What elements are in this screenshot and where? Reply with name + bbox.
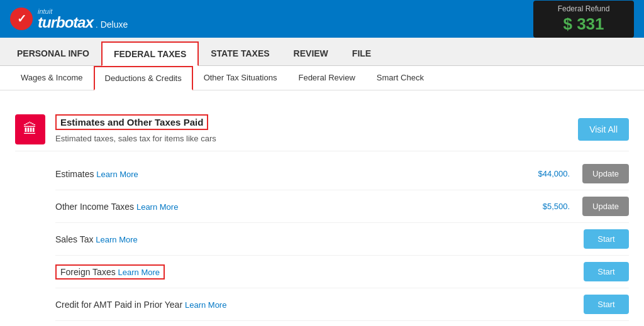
line-item-amt-credit: Credit for AMT Paid in Prior Year Learn … — [55, 288, 629, 321]
update-button-estimates[interactable]: Update — [582, 164, 629, 183]
turbotax-label: turbotax — [38, 15, 93, 30]
deluxe-label: Deluxe — [101, 20, 128, 29]
learn-more-link-sales-tax[interactable]: Learn More — [96, 235, 137, 244]
main-nav-item-file[interactable]: FILE — [340, 41, 383, 65]
line-item-sales-tax: Sales Tax Learn MoreStart — [55, 223, 629, 256]
learn-more-link-other-income-taxes[interactable]: Learn More — [136, 202, 178, 212]
line-item-other-income-taxes: Other Income Taxes Learn More$5,500.Upda… — [55, 190, 629, 223]
visit-all-button[interactable]: Visit All — [578, 118, 629, 141]
sub-nav-item-wages-income[interactable]: Wages & Income — [10, 66, 94, 90]
update-button-other-income-taxes[interactable]: Update — [582, 197, 629, 216]
sub-nav-item-smart-check[interactable]: Smart Check — [366, 66, 435, 90]
start-button-sales-tax[interactable]: Start — [584, 229, 629, 249]
refund-title: Federal Refund — [545, 4, 623, 13]
main-nav-item-state-taxes[interactable]: STATE TAXES — [199, 41, 281, 65]
refund-amount: $ 331 — [545, 14, 623, 34]
line-item-estimates: Estimates Learn More$44,000.Update — [55, 158, 629, 190]
sub-nav: Wages & IncomeDeductions & CreditsOther … — [0, 66, 644, 90]
section-description: Estimated taxes, sales tax for items lik… — [55, 134, 568, 143]
main-nav-item-personal-info[interactable]: PERSONAL INFO — [5, 41, 101, 65]
refund-value: 331 — [577, 14, 604, 33]
refund-box: Federal Refund $ 331 — [533, 1, 634, 38]
learn-more-link-estimates[interactable]: Learn More — [96, 170, 138, 179]
section-icon: 🏛 — [15, 114, 45, 144]
refund-currency: $ — [563, 14, 572, 33]
learn-more-link-foreign-taxes[interactable]: Learn More — [118, 268, 160, 277]
sub-nav-item-other-tax-situations[interactable]: Other Tax Situations — [193, 66, 288, 90]
amount-link-other-income-taxes[interactable]: $5,500. — [543, 202, 570, 211]
turbotax-dot: . — [96, 21, 98, 29]
line-item-foreign-taxes: Foreign Taxes Learn MoreStart — [55, 256, 629, 288]
sub-nav-item-deductions-credits[interactable]: Deductions & Credits — [94, 66, 193, 90]
main-nav: PERSONAL INFOFEDERAL TAXESSTATE TAXESREV… — [0, 38, 644, 66]
header: ✓ intuit turbotax . Deluxe Federal Refun… — [0, 0, 644, 38]
line-items-container: Estimates Learn More$44,000.UpdateOther … — [55, 158, 629, 321]
logo-text: intuit turbotax . Deluxe — [38, 8, 128, 30]
start-button-foreign-taxes[interactable]: Start — [584, 262, 629, 281]
turbotax-logo-icon: ✓ — [10, 8, 33, 30]
logo-area: ✓ intuit turbotax . Deluxe — [10, 8, 128, 30]
amount-link-estimates[interactable]: $44,000. — [538, 169, 570, 178]
main-nav-item-federal-taxes[interactable]: FEDERAL TAXES — [101, 41, 199, 66]
start-button-amt-credit[interactable]: Start — [584, 295, 629, 314]
learn-more-link-amt-credit[interactable]: Learn More — [185, 300, 226, 310]
section-title: Estimates and Other Taxes Paid — [55, 114, 208, 130]
content-area: 🏛 Estimates and Other Taxes Paid Estimat… — [0, 90, 644, 326]
section-info: Estimates and Other Taxes Paid Estimated… — [55, 114, 568, 143]
main-nav-item-review[interactable]: REVIEW — [282, 41, 340, 65]
section-header: 🏛 Estimates and Other Taxes Paid Estimat… — [15, 103, 629, 151]
sub-nav-item-federal-review[interactable]: Federal Review — [287, 66, 365, 90]
